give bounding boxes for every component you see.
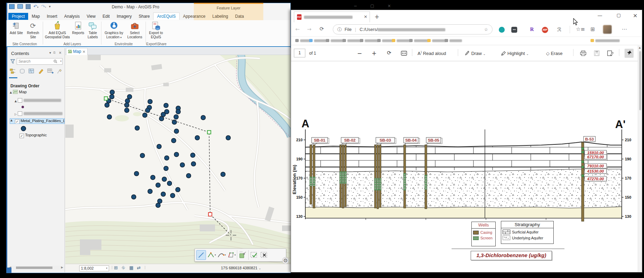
extension-menu-icon[interactable]: ••• xyxy=(511,27,517,33)
highlight-button[interactable]: Highlight ⌄ xyxy=(501,51,529,56)
facility-point[interactable] xyxy=(172,138,176,143)
ribbon-tab-analysis[interactable]: Analysis xyxy=(61,13,83,20)
facility-point[interactable] xyxy=(135,126,140,130)
facility-point[interactable] xyxy=(125,103,129,108)
ribbon-tab-share[interactable]: Share xyxy=(135,13,153,20)
fit-to-width-icon[interactable] xyxy=(401,51,407,57)
facility-point[interactable] xyxy=(132,195,136,199)
facility-point[interactable] xyxy=(125,99,130,103)
edit-vertices-button[interactable] xyxy=(238,251,247,260)
cancel-sketch-button[interactable] xyxy=(260,251,269,260)
bookmark-item-redacted[interactable] xyxy=(309,39,327,42)
new-project-icon[interactable] xyxy=(9,4,15,9)
contents-view-tabs[interactable]: ⋯ xyxy=(10,68,70,74)
finish-sketch-button[interactable] xyxy=(250,251,259,260)
bookmark-item-redacted[interactable] xyxy=(445,39,462,42)
browser-maximize-button[interactable]: ▢ xyxy=(617,13,621,18)
facility-point[interactable] xyxy=(180,163,185,167)
add-equis-geospatial-data-button[interactable]: Add EQuIS Geospatial Data xyxy=(44,21,71,39)
facility-point[interactable] xyxy=(176,110,181,114)
facility-point[interactable] xyxy=(143,113,147,118)
contents-hscrollbar[interactable]: ◀ ▶ xyxy=(8,266,64,270)
add-site-button[interactable]: Add Site xyxy=(9,21,24,35)
filter-icon[interactable] xyxy=(10,59,15,64)
facility-point[interactable] xyxy=(127,95,132,99)
erase-button[interactable]: ◇ Erase xyxy=(546,51,563,56)
facility-point[interactable] xyxy=(176,188,180,192)
sketch-active-vertex[interactable] xyxy=(208,213,212,216)
facility-point[interactable] xyxy=(105,103,109,108)
facility-point[interactable] xyxy=(226,136,231,140)
layer-item-redacted-2[interactable]: ▷ xyxy=(15,111,63,116)
facility-point[interactable] xyxy=(191,153,195,158)
facility-point[interactable] xyxy=(110,90,115,95)
facility-point[interactable] xyxy=(164,166,168,171)
map-canvas[interactable] xyxy=(65,55,291,264)
curve-tool-button[interactable]: ▾ xyxy=(217,251,226,259)
ribbon-tab-appearance[interactable]: Appearance xyxy=(180,13,209,20)
facility-point[interactable] xyxy=(167,181,172,186)
layer-item-map[interactable]: ▲ Map xyxy=(10,90,27,94)
facility-point[interactable] xyxy=(201,116,206,120)
bookmark-item-redacted[interactable] xyxy=(295,39,311,42)
facility-point[interactable] xyxy=(174,152,179,157)
sketch-vertex[interactable] xyxy=(207,130,211,134)
customize-qat-icon[interactable]: ▾ xyxy=(49,5,51,8)
browser-minimize-button[interactable]: — xyxy=(597,13,602,18)
collections-icon[interactable]: ⊞ xyxy=(591,26,595,32)
table-labels-button[interactable]: Table Labels xyxy=(86,21,100,39)
ribbon-tab-labeling[interactable]: Labeling xyxy=(209,13,231,20)
facility-point[interactable] xyxy=(187,174,191,178)
ribbon-tab-map[interactable]: Map xyxy=(28,13,43,20)
ribbon-tab-imagery[interactable]: Imagery xyxy=(113,13,135,20)
ribbon-tab-arcequis[interactable]: ArcEQuIS xyxy=(153,13,179,20)
facility-point[interactable] xyxy=(174,115,179,119)
close-map-tab-icon[interactable]: × xyxy=(82,49,85,54)
bookmark-item-redacted[interactable] xyxy=(409,39,429,42)
zoom-in-icon[interactable]: + xyxy=(372,50,377,57)
back-icon[interactable]: ← xyxy=(295,26,300,32)
redo-icon[interactable]: ↷▾ xyxy=(41,4,46,9)
open-project-icon[interactable] xyxy=(17,4,23,9)
rotate-icon[interactable]: ⟳ xyxy=(387,50,391,56)
facility-point[interactable] xyxy=(174,129,179,134)
facility-point[interactable] xyxy=(161,112,166,117)
facility-point[interactable] xyxy=(156,203,160,208)
bookmark-item-redacted[interactable] xyxy=(591,39,620,42)
facility-point[interactable] xyxy=(191,162,196,166)
map-view-tab[interactable]: Map × xyxy=(66,48,88,55)
close-tab-icon[interactable]: × xyxy=(364,14,368,19)
favorite-star-icon[interactable]: ☆ xyxy=(484,25,488,34)
grid-icon[interactable]: ▦ xyxy=(129,265,133,270)
facility-point[interactable] xyxy=(151,175,155,180)
facility-point[interactable] xyxy=(158,199,162,204)
facility-point[interactable] xyxy=(164,103,168,108)
contents-search-box[interactable]: Search ▾ xyxy=(17,58,63,65)
zoom-out-icon[interactable]: − xyxy=(357,50,362,57)
draw-button[interactable]: Draw ⌄ xyxy=(465,51,486,56)
forward-icon[interactable]: → xyxy=(307,26,312,32)
page-info-icon[interactable]: ⓘ xyxy=(337,27,342,32)
bookmarks-bar[interactable] xyxy=(291,37,642,45)
facility-point[interactable] xyxy=(134,172,139,176)
facility-point[interactable] xyxy=(140,153,145,158)
refresh-site-button[interactable]: ⟳ Refresh Site xyxy=(25,21,41,39)
facility-point[interactable] xyxy=(125,108,129,113)
scale-select[interactable]: 1:8,002▾ xyxy=(79,265,109,271)
ribbon-tab-view[interactable]: View xyxy=(83,13,99,20)
layer-item-topographic[interactable]: ✓ Topographic xyxy=(19,133,47,138)
facility-point[interactable] xyxy=(148,189,152,194)
facility-point[interactable] xyxy=(171,193,175,198)
print-icon[interactable] xyxy=(580,50,586,57)
extension-r2-icon[interactable]: ℛ xyxy=(557,26,561,33)
ribbon-tab-insert[interactable]: Insert xyxy=(43,13,61,20)
extension-r-icon[interactable]: R xyxy=(530,26,534,32)
bookmark-item-redacted[interactable] xyxy=(360,39,379,42)
line-tool-button[interactable] xyxy=(196,250,206,260)
terrain-icon[interactable]: ⛗ xyxy=(122,265,125,271)
edit-sketch-toolbar[interactable]: ▾ ▾ ▾ ⚙ xyxy=(195,248,286,262)
trace-tool-button[interactable]: ▾ xyxy=(227,251,236,259)
facility-point[interactable] xyxy=(107,115,112,119)
bookmark-item-redacted[interactable] xyxy=(377,39,393,42)
layer-item-metal-plating[interactable]: ▲✓ Metal_Plating_Facilities_Locations_2 xyxy=(10,118,65,124)
